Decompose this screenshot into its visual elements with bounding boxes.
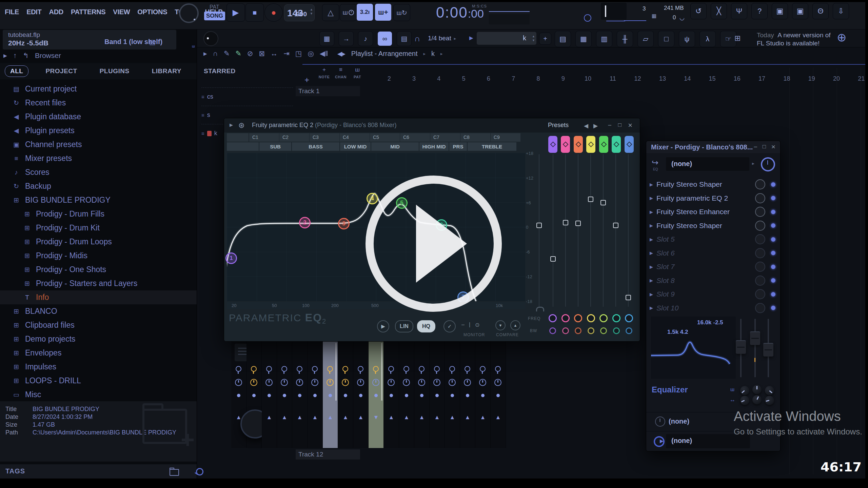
tool-button[interactable]: →: [339, 31, 354, 46]
channel-led[interactable]: [405, 394, 408, 397]
channel-clock-icon[interactable]: [250, 379, 257, 386]
tree-item[interactable]: ▭ Misc: [0, 388, 197, 401]
channel-clock-icon[interactable]: [342, 379, 349, 386]
picker-mode-tab[interactable]: ш PAT: [351, 66, 364, 79]
system-button[interactable]: ?: [751, 3, 768, 19]
mixer-eq-knob[interactable]: [765, 396, 774, 405]
channel-strip[interactable]: ▲: [491, 342, 506, 448]
tree-item[interactable]: ⊞ LOOPS - DRILL: [0, 374, 197, 388]
band-type-button[interactable]: [599, 136, 608, 153]
band-gain-handle[interactable]: [626, 295, 631, 300]
effect-slot[interactable]: ▶ Slot 7: [646, 260, 780, 274]
channel-clock-icon[interactable]: [296, 379, 303, 386]
tree-item[interactable]: T Info: [0, 290, 197, 304]
slot-arrow-icon[interactable]: ▶: [646, 223, 656, 228]
menu-item[interactable]: FILE: [5, 8, 19, 16]
channel-strip[interactable]: ▲: [246, 342, 262, 448]
eq-band-name[interactable]: SUB: [259, 142, 291, 151]
minimize-icon[interactable]: –: [608, 122, 611, 128]
eq-band-name[interactable]: TREBLE: [468, 142, 516, 151]
insert-arrow-icon[interactable]: ▸: [752, 161, 754, 166]
mixer-titlebar[interactable]: Mixer - Pordigy - Blanco's 808... – □ ×: [646, 141, 780, 153]
tree-item[interactable]: ⊞ Prodigy - Drum Kit: [0, 221, 197, 235]
browser-tab[interactable]: PROJECT: [40, 65, 82, 77]
system-button[interactable]: ▣: [772, 3, 788, 19]
eq-channel-cell[interactable]: C7: [430, 133, 460, 142]
panel-button[interactable]: ▥: [596, 31, 612, 47]
mixer-eq-display[interactable]: 16.0k -2.5 1.5k 4.2: [651, 317, 736, 379]
play-button[interactable]: ▶: [226, 3, 245, 22]
playlist-speaker-icon[interactable]: ◀▸: [337, 50, 346, 58]
menu-item[interactable]: EDIT: [26, 8, 41, 16]
tree-item[interactable]: ♪ Scores: [0, 165, 197, 179]
panel-button[interactable]: ▱: [637, 31, 654, 47]
playlist-tool-icon[interactable]: ◎: [308, 49, 314, 58]
effect-slot[interactable]: ▶ Slot 5: [646, 232, 780, 246]
eq-band-fader[interactable]: [736, 340, 746, 354]
tool-button[interactable]: ▤: [397, 31, 412, 46]
presets-label[interactable]: Presets: [548, 122, 569, 129]
slot-enable-led[interactable]: [771, 292, 775, 297]
timeline-ruler[interactable]: 23456789101112131415161718192021: [377, 75, 868, 82]
eq-band-fader[interactable]: [750, 331, 760, 345]
preset-next-icon[interactable]: ▶: [593, 122, 598, 129]
eq-channel-cell[interactable]: C5: [370, 133, 400, 142]
eq-band-handle[interactable]: 3: [338, 218, 350, 229]
system-button[interactable]: Ψ: [731, 3, 747, 19]
band-gain-handle[interactable]: [536, 223, 542, 228]
channel-arrow-icon[interactable]: ▲: [445, 414, 460, 421]
tempo-stepper[interactable]: ▲▼: [310, 8, 313, 15]
track-header[interactable]: Track 1: [296, 86, 360, 96]
minimize-icon[interactable]: –: [754, 143, 757, 150]
band-gain-handle[interactable]: [550, 256, 556, 262]
slot-mix-knob[interactable]: [755, 248, 765, 258]
mixer-eq-knob[interactable]: [752, 395, 762, 404]
picker-item[interactable]: ≡ cs: [201, 87, 293, 106]
mixer-eq-knob[interactable]: [765, 386, 774, 395]
tool-button[interactable]: ∞: [377, 31, 392, 46]
band-gain-handle[interactable]: [600, 200, 606, 205]
channel-led[interactable]: [268, 394, 271, 397]
eq-band-fader[interactable]: [763, 343, 773, 357]
channel-strip[interactable]: ▲: [323, 342, 338, 448]
slot-enable-led[interactable]: [771, 265, 775, 269]
band-freq-knob[interactable]: [561, 314, 570, 322]
panel-button[interactable]: ▤: [555, 31, 571, 47]
channel-led[interactable]: [420, 394, 423, 397]
eq-channel-cell[interactable]: C9: [491, 133, 520, 142]
slot-arrow-icon[interactable]: ▶: [646, 250, 656, 256]
browser-tab[interactable]: STARRED: [198, 65, 241, 77]
browser-tab[interactable]: LIBRARY: [146, 65, 187, 77]
pat-song-toggle[interactable]: PAT SONG: [204, 4, 225, 25]
eq-channel-cell[interactable]: C2: [279, 133, 309, 142]
playlist-tool-icon[interactable]: ◳: [295, 49, 302, 58]
band-type-button[interactable]: [574, 136, 583, 153]
band-freq-knob[interactable]: [599, 314, 608, 322]
channel-lamp-icon[interactable]: [297, 366, 302, 372]
eq-band-name[interactable]: PRS: [449, 142, 467, 151]
channel-arrow-icon[interactable]: ▲: [414, 414, 429, 421]
tree-item[interactable]: ▣ Channel presets: [0, 138, 197, 151]
channel-arrow-icon[interactable]: ▲: [475, 414, 490, 421]
wait-for-input-button[interactable]: ш: [340, 4, 357, 21]
band-bw-knob[interactable]: [575, 327, 581, 334]
playlist-tool-icon[interactable]: ⊠: [259, 49, 265, 58]
compare-down-icon[interactable]: ▼: [495, 320, 506, 330]
slot-arrow-icon[interactable]: ▶: [646, 278, 656, 283]
effect-slot[interactable]: ▶ Fruity Stereo Shaper: [646, 219, 780, 233]
channel-led[interactable]: [481, 394, 485, 397]
close-icon[interactable]: ×: [771, 143, 775, 151]
system-button[interactable]: ⇩: [833, 3, 849, 19]
channel-lamp-icon[interactable]: [495, 366, 501, 372]
channel-led[interactable]: [359, 394, 362, 397]
eq-route-icon[interactable]: ↪: [652, 158, 658, 167]
channel-lamp-icon[interactable]: [358, 366, 363, 372]
slot-enable-led[interactable]: [771, 210, 775, 214]
band-freq-knob[interactable]: [625, 314, 633, 322]
channel-led[interactable]: [374, 394, 378, 397]
panel-button[interactable]: λ: [699, 31, 716, 47]
loop-record-button[interactable]: ш+: [375, 4, 391, 21]
channel-led[interactable]: [313, 394, 317, 397]
shop-icon[interactable]: ⊞: [734, 34, 741, 43]
browser-up-icon[interactable]: ↑: [13, 52, 17, 60]
